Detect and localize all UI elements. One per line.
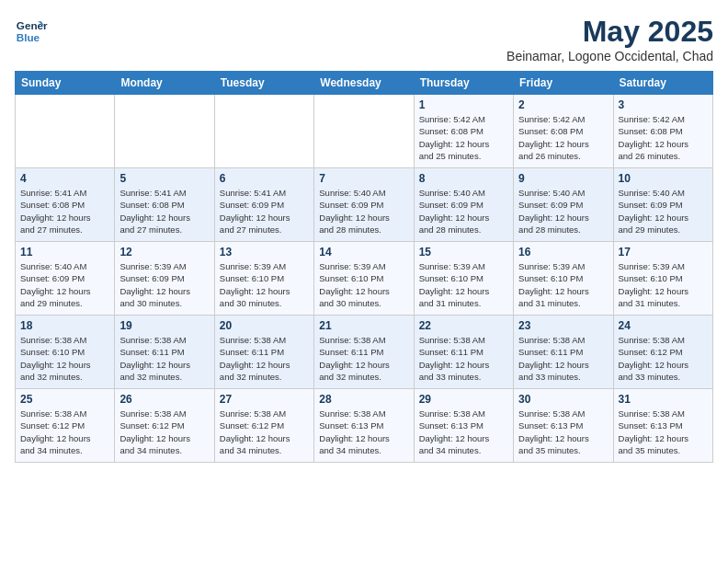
calendar-cell: 30Sunrise: 5:38 AM Sunset: 6:13 PM Dayli…: [514, 389, 613, 463]
day-number: 25: [20, 393, 109, 406]
day-number: 27: [220, 393, 309, 406]
svg-text:Blue: Blue: [17, 31, 40, 43]
calendar-cell: 8Sunrise: 5:40 AM Sunset: 6:09 PM Daylig…: [414, 168, 513, 242]
day-info: Sunrise: 5:42 AM Sunset: 6:08 PM Dayligh…: [419, 113, 508, 162]
calendar-cell: 19Sunrise: 5:38 AM Sunset: 6:11 PM Dayli…: [115, 316, 214, 389]
calendar-week-4: 18Sunrise: 5:38 AM Sunset: 6:10 PM Dayli…: [16, 316, 713, 389]
day-number: 16: [518, 246, 608, 259]
calendar-cell: 17Sunrise: 5:39 AM Sunset: 6:10 PM Dayli…: [613, 242, 712, 316]
calendar-cell: 4Sunrise: 5:41 AM Sunset: 6:08 PM Daylig…: [16, 168, 115, 242]
day-info: Sunrise: 5:39 AM Sunset: 6:10 PM Dayligh…: [419, 260, 508, 309]
calendar-cell: 7Sunrise: 5:40 AM Sunset: 6:09 PM Daylig…: [314, 168, 414, 242]
logo-icon: General Blue: [15, 15, 48, 48]
calendar-week-2: 4Sunrise: 5:41 AM Sunset: 6:08 PM Daylig…: [16, 168, 713, 242]
weekday-saturday: Saturday: [613, 72, 712, 95]
calendar-cell: 15Sunrise: 5:39 AM Sunset: 6:10 PM Dayli…: [414, 242, 513, 316]
weekday-monday: Monday: [115, 72, 214, 95]
calendar-cell: [314, 95, 414, 168]
day-info: Sunrise: 5:38 AM Sunset: 6:11 PM Dayligh…: [319, 334, 408, 383]
calendar-cell: 20Sunrise: 5:38 AM Sunset: 6:11 PM Dayli…: [214, 316, 313, 389]
day-number: 7: [319, 172, 408, 185]
day-info: Sunrise: 5:38 AM Sunset: 6:11 PM Dayligh…: [518, 334, 608, 383]
day-number: 21: [319, 319, 408, 332]
calendar-cell: 31Sunrise: 5:38 AM Sunset: 6:13 PM Dayli…: [613, 389, 712, 463]
weekday-thursday: Thursday: [414, 72, 513, 95]
day-number: 6: [220, 172, 309, 185]
day-number: 24: [619, 319, 708, 332]
calendar-cell: 25Sunrise: 5:38 AM Sunset: 6:12 PM Dayli…: [16, 389, 115, 463]
day-info: Sunrise: 5:38 AM Sunset: 6:10 PM Dayligh…: [20, 334, 109, 383]
calendar-cell: 6Sunrise: 5:41 AM Sunset: 6:09 PM Daylig…: [214, 168, 313, 242]
day-number: 26: [119, 393, 209, 406]
day-number: 10: [619, 172, 708, 185]
day-info: Sunrise: 5:39 AM Sunset: 6:10 PM Dayligh…: [319, 260, 408, 309]
day-info: Sunrise: 5:39 AM Sunset: 6:09 PM Dayligh…: [119, 260, 209, 309]
calendar-cell: [214, 95, 313, 168]
weekday-wednesday: Wednesday: [314, 72, 414, 95]
day-info: Sunrise: 5:38 AM Sunset: 6:11 PM Dayligh…: [119, 334, 209, 383]
day-info: Sunrise: 5:40 AM Sunset: 6:09 PM Dayligh…: [419, 187, 508, 236]
day-info: Sunrise: 5:42 AM Sunset: 6:08 PM Dayligh…: [619, 113, 708, 162]
day-number: 20: [220, 319, 309, 332]
day-info: Sunrise: 5:39 AM Sunset: 6:10 PM Dayligh…: [518, 260, 608, 309]
calendar-cell: [16, 95, 115, 168]
calendar-cell: 28Sunrise: 5:38 AM Sunset: 6:13 PM Dayli…: [314, 389, 414, 463]
day-number: 30: [518, 393, 608, 406]
day-info: Sunrise: 5:38 AM Sunset: 6:11 PM Dayligh…: [419, 334, 508, 383]
svg-text:General: General: [17, 19, 48, 31]
day-info: Sunrise: 5:39 AM Sunset: 6:10 PM Dayligh…: [220, 260, 309, 309]
day-number: 15: [419, 246, 508, 259]
logo: General Blue: [15, 15, 48, 48]
day-info: Sunrise: 5:38 AM Sunset: 6:13 PM Dayligh…: [319, 408, 408, 456]
day-number: 29: [419, 393, 508, 406]
weekday-tuesday: Tuesday: [214, 72, 313, 95]
day-number: 18: [20, 319, 109, 332]
day-number: 12: [119, 246, 209, 259]
day-info: Sunrise: 5:40 AM Sunset: 6:09 PM Dayligh…: [518, 187, 608, 236]
day-number: 17: [619, 246, 708, 259]
day-number: 8: [419, 172, 508, 185]
day-number: 2: [518, 98, 608, 111]
day-info: Sunrise: 5:42 AM Sunset: 6:08 PM Dayligh…: [518, 113, 608, 162]
day-number: 4: [20, 172, 109, 185]
calendar-cell: 16Sunrise: 5:39 AM Sunset: 6:10 PM Dayli…: [514, 242, 613, 316]
day-number: 5: [119, 172, 209, 185]
day-info: Sunrise: 5:38 AM Sunset: 6:12 PM Dayligh…: [119, 408, 209, 456]
calendar-week-1: 1Sunrise: 5:42 AM Sunset: 6:08 PM Daylig…: [16, 95, 713, 168]
page-header: General Blue May 2025 Beinamar, Logone O…: [15, 15, 713, 63]
calendar-week-5: 25Sunrise: 5:38 AM Sunset: 6:12 PM Dayli…: [16, 389, 713, 463]
calendar-cell: 3Sunrise: 5:42 AM Sunset: 6:08 PM Daylig…: [613, 95, 712, 168]
day-info: Sunrise: 5:38 AM Sunset: 6:12 PM Dayligh…: [220, 408, 309, 456]
day-info: Sunrise: 5:40 AM Sunset: 6:09 PM Dayligh…: [20, 260, 109, 309]
day-info: Sunrise: 5:38 AM Sunset: 6:12 PM Dayligh…: [20, 408, 109, 456]
calendar-cell: 10Sunrise: 5:40 AM Sunset: 6:09 PM Dayli…: [613, 168, 712, 242]
day-info: Sunrise: 5:38 AM Sunset: 6:12 PM Dayligh…: [619, 334, 708, 383]
day-info: Sunrise: 5:41 AM Sunset: 6:08 PM Dayligh…: [20, 187, 109, 236]
calendar-cell: [115, 95, 214, 168]
day-number: 1: [419, 98, 508, 111]
weekday-header-row: SundayMondayTuesdayWednesdayThursdayFrid…: [16, 72, 713, 95]
month-title: May 2025: [506, 15, 713, 49]
calendar-cell: 18Sunrise: 5:38 AM Sunset: 6:10 PM Dayli…: [16, 316, 115, 389]
day-number: 14: [319, 246, 408, 259]
calendar-cell: 13Sunrise: 5:39 AM Sunset: 6:10 PM Dayli…: [214, 242, 313, 316]
location-title: Beinamar, Logone Occidental, Chad: [506, 49, 713, 63]
calendar-week-3: 11Sunrise: 5:40 AM Sunset: 6:09 PM Dayli…: [16, 242, 713, 316]
day-info: Sunrise: 5:38 AM Sunset: 6:13 PM Dayligh…: [419, 408, 508, 456]
calendar-table: SundayMondayTuesdayWednesdayThursdayFrid…: [15, 71, 713, 463]
calendar-cell: 26Sunrise: 5:38 AM Sunset: 6:12 PM Dayli…: [115, 389, 214, 463]
calendar-cell: 2Sunrise: 5:42 AM Sunset: 6:08 PM Daylig…: [514, 95, 613, 168]
weekday-sunday: Sunday: [16, 72, 115, 95]
calendar-cell: 24Sunrise: 5:38 AM Sunset: 6:12 PM Dayli…: [613, 316, 712, 389]
calendar-cell: 12Sunrise: 5:39 AM Sunset: 6:09 PM Dayli…: [115, 242, 214, 316]
weekday-friday: Friday: [514, 72, 613, 95]
day-info: Sunrise: 5:40 AM Sunset: 6:09 PM Dayligh…: [319, 187, 408, 236]
calendar-cell: 1Sunrise: 5:42 AM Sunset: 6:08 PM Daylig…: [414, 95, 513, 168]
day-info: Sunrise: 5:41 AM Sunset: 6:09 PM Dayligh…: [220, 187, 309, 236]
day-number: 9: [518, 172, 608, 185]
day-info: Sunrise: 5:41 AM Sunset: 6:08 PM Dayligh…: [119, 187, 209, 236]
calendar-cell: 27Sunrise: 5:38 AM Sunset: 6:12 PM Dayli…: [214, 389, 313, 463]
day-number: 3: [619, 98, 708, 111]
calendar-cell: 11Sunrise: 5:40 AM Sunset: 6:09 PM Dayli…: [16, 242, 115, 316]
day-number: 31: [619, 393, 708, 406]
